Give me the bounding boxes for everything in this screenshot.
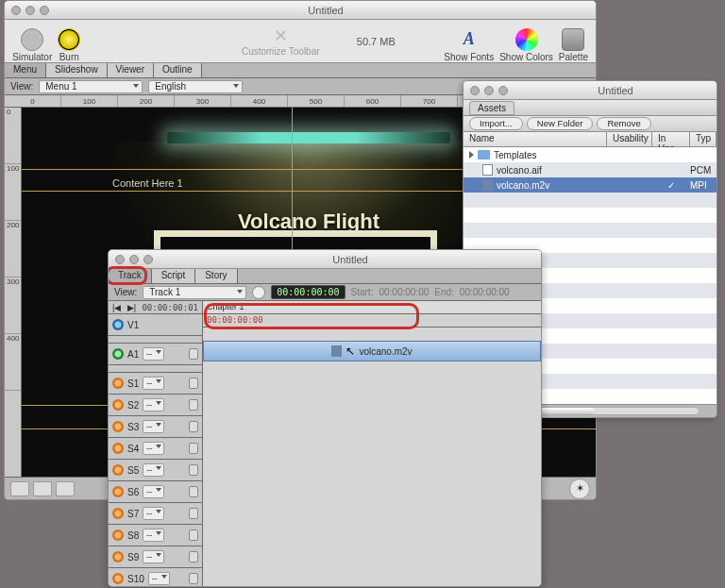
track-row-s4[interactable]: S4-- bbox=[109, 438, 202, 460]
track-row-s5[interactable]: S5-- bbox=[109, 460, 202, 481]
import-button[interactable]: Import... bbox=[469, 117, 523, 130]
lang-stepper[interactable]: -- bbox=[143, 377, 164, 390]
lock-icon[interactable] bbox=[189, 464, 198, 476]
lock-icon[interactable] bbox=[189, 378, 198, 389]
track-row-v1[interactable]: V1 bbox=[109, 314, 202, 336]
lock-icon[interactable] bbox=[189, 443, 198, 454]
asset-row-templates[interactable]: Templates bbox=[464, 147, 717, 162]
track-id: S5 bbox=[127, 465, 139, 476]
sub-enable-icon[interactable] bbox=[112, 529, 124, 541]
clock-icon[interactable] bbox=[252, 286, 265, 299]
timecode-main[interactable]: 00:00:00:00 bbox=[271, 285, 345, 299]
burn-icon bbox=[58, 28, 80, 51]
lock-icon[interactable] bbox=[189, 551, 198, 563]
lock-icon[interactable] bbox=[189, 529, 198, 541]
track-row-s7[interactable]: S7-- bbox=[109, 503, 202, 525]
bottom-btn-2[interactable] bbox=[33, 481, 52, 496]
tab-menu[interactable]: Menu bbox=[5, 63, 46, 77]
palette-button[interactable]: Palette bbox=[559, 21, 588, 62]
lang-stepper[interactable]: -- bbox=[143, 485, 164, 498]
video-enable-icon[interactable] bbox=[112, 319, 124, 330]
remove-button[interactable]: Remove bbox=[597, 117, 650, 130]
tab-outline[interactable]: Outline bbox=[154, 63, 202, 77]
lock-icon[interactable] bbox=[189, 573, 198, 584]
window-traffic-lights[interactable] bbox=[5, 6, 56, 15]
track-row-s9[interactable]: S9-- bbox=[109, 546, 202, 568]
assets-titlebar[interactable]: Untitled bbox=[464, 81, 717, 100]
lock-icon[interactable] bbox=[189, 421, 198, 432]
tab-viewer[interactable]: Viewer bbox=[108, 63, 154, 77]
asset-row-empty bbox=[464, 193, 717, 208]
track-titlebar[interactable]: Untitled bbox=[109, 250, 541, 269]
lang-stepper[interactable]: -- bbox=[143, 442, 164, 455]
bottom-round-button[interactable]: ✶ bbox=[569, 479, 590, 499]
sub-enable-icon[interactable] bbox=[112, 399, 124, 411]
col-usability[interactable]: Usability bbox=[607, 132, 652, 146]
end-value: 00:00:00:00 bbox=[460, 287, 510, 297]
track-row-s3[interactable]: S3-- bbox=[109, 416, 202, 438]
lang-stepper[interactable]: -- bbox=[143, 463, 164, 477]
tab-track[interactable]: Track bbox=[109, 269, 152, 283]
lang-stepper[interactable]: -- bbox=[143, 398, 164, 412]
bottom-btn-3[interactable] bbox=[56, 481, 75, 496]
show-colors-button[interactable]: Show Colors bbox=[499, 21, 553, 62]
track-view-bar: View: Track 1 00:00:00:00 Start: 00:00:0… bbox=[109, 284, 541, 301]
show-fonts-button[interactable]: Show Fonts bbox=[444, 21, 494, 62]
tab-script[interactable]: Script bbox=[152, 269, 196, 283]
lang-stepper[interactable]: -- bbox=[143, 507, 164, 520]
video-clip[interactable]: ↖ volcano.m2v bbox=[203, 341, 541, 361]
customize-toolbar-button[interactable]: ✕Customize Toolbar bbox=[224, 25, 337, 57]
main-titlebar[interactable]: Untitled bbox=[5, 1, 596, 20]
view-language-select[interactable]: English bbox=[148, 80, 243, 93]
timeline-area[interactable]: Chapter 1 00:00:00:00 ↖ volcano.m2v bbox=[203, 301, 541, 586]
simulator-button[interactable]: Simulator bbox=[12, 21, 52, 62]
assets-traffic-lights[interactable] bbox=[464, 86, 514, 95]
sub-enable-icon[interactable] bbox=[112, 551, 124, 563]
assets-columns[interactable]: Name Usability In Use Typ bbox=[464, 132, 717, 147]
assets-tab[interactable]: Assets bbox=[469, 101, 514, 115]
timeline-head-left[interactable]: |◀ ▶| 00:00:00:01 bbox=[109, 301, 202, 314]
lock-icon[interactable] bbox=[189, 399, 198, 411]
sub-enable-icon[interactable] bbox=[112, 508, 124, 519]
sub-enable-icon[interactable] bbox=[112, 573, 124, 584]
col-name[interactable]: Name bbox=[464, 132, 607, 146]
track-row-s2[interactable]: S2-- bbox=[109, 395, 202, 416]
lang-stepper[interactable]: -- bbox=[143, 550, 164, 563]
track-row-s1[interactable]: S1-- bbox=[109, 373, 202, 395]
lang-stepper[interactable]: -- bbox=[148, 572, 170, 585]
lock-icon[interactable] bbox=[189, 486, 198, 497]
sub-enable-icon[interactable] bbox=[112, 443, 124, 454]
sub-enable-icon[interactable] bbox=[112, 378, 124, 389]
track-id: S9 bbox=[127, 552, 139, 563]
sub-enable-icon[interactable] bbox=[112, 421, 124, 432]
audio-enable-icon[interactable] bbox=[112, 348, 124, 360]
next-frame-icon[interactable]: ▶| bbox=[127, 303, 136, 312]
tab-story[interactable]: Story bbox=[195, 269, 237, 283]
col-in-use[interactable]: In Use bbox=[652, 132, 690, 146]
view-menu-select[interactable]: Menu 1 bbox=[39, 80, 143, 93]
tab-slideshow[interactable]: Slideshow bbox=[46, 63, 108, 77]
prev-frame-icon[interactable]: |◀ bbox=[112, 303, 121, 312]
track-row-s8[interactable]: S8-- bbox=[109, 525, 202, 546]
track-row-s6[interactable]: S6-- bbox=[109, 481, 202, 503]
lang-stepper[interactable]: -- bbox=[143, 529, 164, 542]
chapter-marker-row[interactable]: Chapter 1 bbox=[203, 301, 541, 314]
track-row-a1[interactable]: A1-- bbox=[109, 344, 202, 365]
new-folder-button[interactable]: New Folder bbox=[527, 117, 594, 130]
track-select[interactable]: Track 1 bbox=[143, 286, 246, 299]
track-body: |◀ ▶| 00:00:00:01 V1 A1-- S1-- S2-- S3--… bbox=[109, 301, 541, 586]
lang-stepper[interactable]: -- bbox=[143, 420, 164, 433]
burn-button[interactable]: Burn bbox=[58, 21, 80, 62]
track-traffic-lights[interactable] bbox=[109, 255, 160, 264]
lock-icon[interactable] bbox=[189, 508, 198, 519]
sub-enable-icon[interactable] bbox=[112, 486, 124, 497]
lang-stepper[interactable]: -- bbox=[143, 347, 164, 361]
col-type[interactable]: Typ bbox=[690, 132, 717, 146]
lock-icon[interactable] bbox=[189, 348, 198, 360]
disclosure-triangle-icon[interactable] bbox=[469, 151, 474, 159]
bottom-btn-1[interactable] bbox=[10, 481, 29, 496]
track-row-s10[interactable]: S10-- bbox=[109, 568, 202, 586]
asset-row-aif[interactable]: volcano.aif PCM bbox=[464, 162, 717, 177]
asset-row-m2v[interactable]: volcano.m2v ✓MPI bbox=[464, 177, 717, 193]
sub-enable-icon[interactable] bbox=[112, 464, 124, 476]
